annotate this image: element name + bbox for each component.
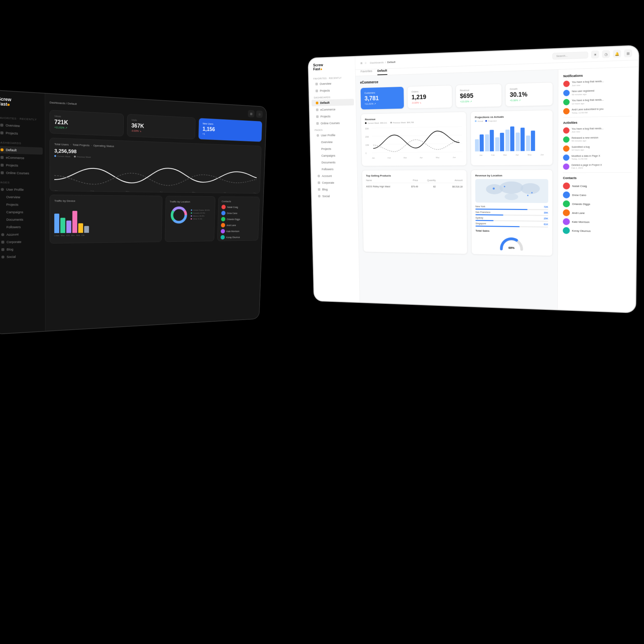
- notif-2: New user registered 59 minutes ago: [563, 88, 632, 96]
- top-selling-table: Top Selling Products Name Price Quantity…: [362, 170, 468, 254]
- dark-sidebar-item-projects[interactable]: Projects: [0, 129, 43, 139]
- svg-text:68%: 68%: [508, 246, 515, 250]
- dark-icon-btn-2[interactable]: ☆: [256, 110, 263, 118]
- light-sidebar-item-user-profile[interactable]: User Profile: [312, 132, 355, 139]
- location-list: New York72K San Francisco39K Sydney25K S…: [475, 205, 548, 228]
- proj-bar-jun-actual: [526, 136, 530, 151]
- light-sidebar-item-documents[interactable]: Documents: [313, 159, 355, 166]
- contact-avatar-6: [563, 227, 570, 234]
- dark-sidebar-item-ecommerce[interactable]: eCommerce: [0, 154, 43, 162]
- activity-avatar-4: [563, 155, 570, 161]
- topbar-sun-icon[interactable]: ☀: [591, 50, 599, 58]
- dark-sidebar-item-projects3[interactable]: Projects: [0, 201, 43, 209]
- light-contact-3: Orlando Diggs: [563, 200, 631, 208]
- light-sidebar-item-projects[interactable]: Projects: [311, 87, 354, 94]
- stat-growth: Growth 30.1% +5.08% ↗: [505, 82, 553, 107]
- svg-line-8: [372, 126, 462, 128]
- dark-stat-card-views: Views 721K +11.01% ↗: [50, 110, 124, 137]
- map-svg: [475, 179, 548, 203]
- projections-chart: Projections vs Actuals Actual Projected: [470, 110, 553, 166]
- search-bar[interactable]: Search...: [552, 51, 588, 59]
- proj-bar-feb-proj: [490, 130, 494, 151]
- topbar-grid-icon[interactable]: ⊞: [624, 49, 632, 58]
- light-sidebar-item-blog[interactable]: Blog: [314, 186, 356, 193]
- activity-avatar-1: [563, 127, 570, 133]
- light-logo-text: ScrewFast: [313, 63, 323, 71]
- light-stats-row: Customers 3,781 +11.01% ↗ Orders 1,219 -…: [360, 82, 553, 110]
- dark-contact-6: Koray Okumus: [220, 235, 255, 239]
- bar-android: [78, 223, 83, 233]
- divider-1: [563, 116, 632, 118]
- light-logo: ScrewFast: [309, 62, 356, 76]
- svg-point-14: [499, 181, 523, 194]
- topbar-bell-icon[interactable]: 🔔: [613, 50, 621, 58]
- light-topbar-actions: Search... ☀ ◷ 🔔 ⊞: [552, 49, 632, 60]
- tab-default[interactable]: Default: [377, 69, 387, 75]
- dark-sidebar-item-followers[interactable]: Followers: [0, 224, 43, 231]
- contact-avatar-2: [563, 192, 570, 199]
- svg-point-15: [521, 183, 540, 194]
- light-contact-6: Koray Okumus: [563, 227, 631, 235]
- light-sidebar-item-social[interactable]: Social: [314, 193, 356, 200]
- tab-favorites[interactable]: Favorites: [361, 69, 372, 76]
- dark-sidebar-item-campaigns[interactable]: Campaigns: [0, 209, 43, 216]
- dark-breadcrumb: Dashboards / Default: [50, 101, 77, 105]
- light-sidebar-item-account[interactable]: Account: [313, 173, 356, 179]
- light-main: ⊞ ☆ Dashboards / Default Search... ☀ ◷ 🔔…: [355, 46, 638, 312]
- dark-main-chart: Total Users · Total Projects · Operating…: [50, 138, 262, 194]
- dark-stat-card-visits: Visits 367K -0.03% ↘: [127, 114, 196, 140]
- dark-sidebar-item-projects2[interactable]: Projects: [0, 161, 43, 170]
- light-sidebar-item-projects2[interactable]: Projects: [312, 113, 354, 120]
- light-sidebar-item-ecommerce[interactable]: eCommerce: [312, 106, 354, 113]
- dark-sidebar-item-user-profile[interactable]: User Profile: [0, 186, 43, 194]
- dark-bar-chart: [54, 205, 158, 233]
- light-sidebar-item-overview2[interactable]: Overview: [312, 139, 355, 146]
- contact-avatar-3: [563, 200, 570, 207]
- dark-icon-btn-1[interactable]: ⊞: [248, 110, 255, 117]
- light-sidebar-item-online-courses[interactable]: Online Courses: [312, 119, 354, 127]
- topbar-icon-star[interactable]: ☆: [365, 61, 367, 64]
- dark-sidebar-item-corporate[interactable]: Corporate: [0, 238, 43, 246]
- bar-other: [84, 226, 89, 233]
- dark-sidebar-item-default[interactable]: Default: [0, 146, 43, 155]
- contact-avatar-4: [563, 209, 570, 216]
- svg-text:30M: 30M: [365, 127, 369, 130]
- contacts-list: Natali Craig Drew Cano Orlando Diggs: [563, 182, 632, 235]
- light-contact-5: Kate Morrison: [563, 218, 631, 226]
- topbar-icon-grid[interactable]: ⊞: [360, 61, 363, 64]
- light-sidebar-item-followers[interactable]: Followers: [313, 166, 355, 173]
- dark-sidebar-item-documents[interactable]: Documents: [0, 216, 43, 224]
- dark-contact-3: Orlando Diggs: [221, 217, 256, 221]
- svg-line-10: [372, 144, 462, 145]
- notif-1: You have a bug that needs... Just now: [563, 79, 633, 87]
- dark-sidebar-item-overview2[interactable]: Overview: [0, 194, 43, 201]
- bar-windows: [72, 211, 77, 233]
- proj-bar-mar-proj: [500, 133, 504, 151]
- light-sidebar-item-corporate[interactable]: Corporate: [313, 179, 356, 186]
- proj-bar-jan-proj: [480, 135, 484, 152]
- dark-sidebar-item-blog[interactable]: Blog: [0, 246, 43, 253]
- bar-mac: [60, 218, 65, 233]
- activity-avatar-3: [563, 146, 570, 152]
- dark-sidebar-item-online-courses[interactable]: Online Courses: [0, 169, 43, 177]
- proj-bar-jan-actual: [475, 139, 479, 151]
- light-sidebar-item-campaigns[interactable]: Campaigns: [313, 152, 355, 159]
- notif-avatar-4: [563, 108, 570, 114]
- light-content: eCommerce Customers 3,781 +11.01% ↗ Orde…: [356, 67, 638, 312]
- activity-2: Released a new version 59 minutes ago: [563, 136, 632, 143]
- dark-sidebar-item-account[interactable]: Account: [0, 231, 43, 238]
- light-sidebar-item-overview[interactable]: Overview: [311, 80, 354, 88]
- activity-4: Modified a data in Page X Today, 11:59 A…: [563, 154, 632, 161]
- activity-5: Deleted a page in Project X Feb 2, 2023: [563, 163, 632, 170]
- topbar-clock-icon[interactable]: ◷: [602, 50, 610, 58]
- proj-bar-feb-actual: [485, 135, 489, 152]
- stat-revenue: Revenue $695 +15.03% ↗: [455, 84, 502, 108]
- svg-text:10M: 10M: [365, 144, 369, 146]
- light-sidebar-item-projects3[interactable]: Projects: [313, 146, 355, 153]
- svg-text:20M: 20M: [365, 136, 369, 138]
- activity-3: Submitted a bug 12 hours ago: [563, 145, 632, 152]
- notif-4: Andi Lane subscribed to you Today, 11:59…: [563, 107, 632, 114]
- svg-point-20: [531, 192, 533, 194]
- dark-sidebar-item-social[interactable]: Social: [0, 253, 43, 261]
- light-sidebar-item-default[interactable]: Default: [312, 99, 354, 107]
